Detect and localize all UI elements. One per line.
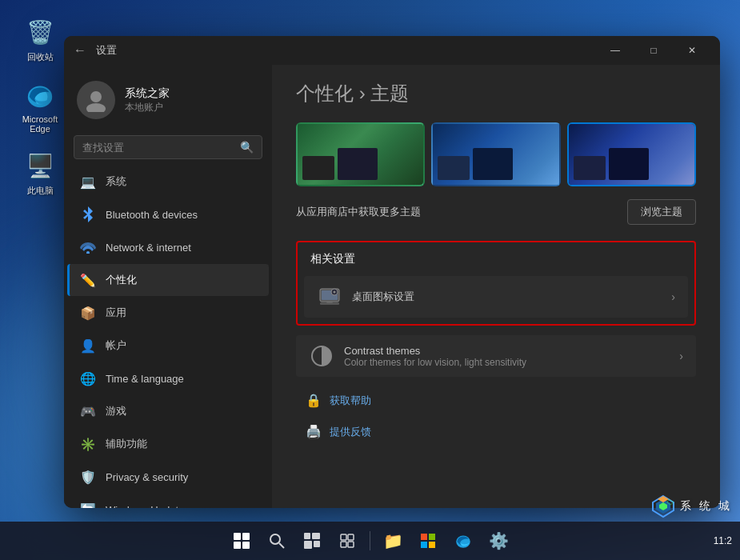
system-icon: 💻 xyxy=(80,174,96,190)
contrast-themes-text: Contrast themes Color themes for low vis… xyxy=(344,345,670,368)
search-icon: 🔍 xyxy=(240,141,254,154)
sidebar-item-personalization[interactable]: ✏️ 个性化 xyxy=(67,264,269,296)
contrast-themes-row[interactable]: Contrast themes Color themes for low vis… xyxy=(296,335,696,377)
watermark-logo xyxy=(651,494,675,518)
window-title: 设置 xyxy=(96,43,597,58)
theme-thumb-3[interactable] xyxy=(567,122,696,186)
svg-line-17 xyxy=(279,543,284,548)
desktop-icon-this-pc[interactable]: 🖥️ 此电脑 xyxy=(12,150,68,197)
desktop-icon-settings-label: 桌面图标设置 xyxy=(352,290,662,304)
window-controls: — □ ✕ xyxy=(597,38,710,63)
get-help-link[interactable]: 🔒 获取帮助 xyxy=(296,386,696,414)
close-button[interactable]: ✕ xyxy=(674,38,710,63)
svg-rect-15 xyxy=(242,542,250,549)
windows-update-icon: 🔄 xyxy=(80,502,96,508)
feedback-link[interactable]: 🖨️ 提供反馈 xyxy=(296,418,696,446)
time-language-label: Time & language xyxy=(106,373,184,385)
main-content: 系统之家 本地账户 🔍 💻 系统 xyxy=(64,65,720,508)
feedback-label: 提供反馈 xyxy=(330,425,371,439)
windows-update-label: Windows Update xyxy=(106,504,184,509)
privacy-icon: 🛡️ xyxy=(80,469,96,485)
apps-icon: 📦 xyxy=(80,305,96,321)
taskbar-time: 11:2 xyxy=(714,535,732,546)
accessibility-icon: ✳️ xyxy=(80,436,96,452)
widgets-button[interactable] xyxy=(331,525,363,557)
theme-grid xyxy=(296,122,696,186)
svg-point-16 xyxy=(270,534,280,544)
search-box[interactable]: 🔍 xyxy=(74,135,262,159)
accessibility-label: 辅助功能 xyxy=(106,437,147,451)
related-settings-title: 相关设置 xyxy=(298,242,694,273)
related-settings-section: 相关设置 桌面图标设置 xyxy=(296,241,696,326)
minimize-button[interactable]: — xyxy=(597,38,634,63)
theme-thumb-2[interactable] xyxy=(431,122,560,186)
store-taskbar-button[interactable] xyxy=(412,525,444,557)
sidebar-item-system[interactable]: 💻 系统 xyxy=(67,166,269,198)
maximize-button[interactable]: □ xyxy=(635,38,672,63)
edge-taskbar-button[interactable] xyxy=(447,525,479,557)
file-explorer-taskbar-button[interactable]: 📁 xyxy=(377,525,409,557)
sidebar-item-privacy[interactable]: 🛡️ Privacy & security xyxy=(67,461,269,493)
search-input[interactable] xyxy=(82,142,234,154)
sidebar-item-time-language[interactable]: 🌐 Time & language xyxy=(67,362,269,394)
sidebar: 系统之家 本地账户 🔍 💻 系统 xyxy=(64,65,272,508)
edge-icon xyxy=(24,79,56,111)
svg-rect-20 xyxy=(304,541,312,549)
svg-rect-13 xyxy=(242,533,250,540)
svg-rect-21 xyxy=(314,541,320,547)
taskbar-right: 11:2 xyxy=(714,535,732,546)
svg-rect-25 xyxy=(348,542,354,547)
svg-rect-19 xyxy=(312,533,320,539)
sidebar-item-accounts[interactable]: 👤 帐户 xyxy=(67,330,269,362)
apps-label: 应用 xyxy=(106,306,126,320)
desktop-icon-settings-chevron: › xyxy=(671,290,675,303)
get-help-icon: 🔒 xyxy=(306,393,322,408)
svg-point-4 xyxy=(86,251,90,254)
this-pc-label: 此电脑 xyxy=(27,185,54,197)
sidebar-item-apps[interactable]: 📦 应用 xyxy=(67,297,269,329)
privacy-label: Privacy & security xyxy=(106,471,188,483)
desktop-icon-edge[interactable]: Microsoft Edge xyxy=(12,79,68,134)
search-taskbar-button[interactable] xyxy=(261,525,293,557)
recycle-bin-label: 回收站 xyxy=(27,51,54,63)
theme-thumb-1[interactable] xyxy=(296,122,425,186)
network-label: Network & internet xyxy=(106,242,191,254)
svg-rect-18 xyxy=(304,533,310,539)
task-view-button[interactable] xyxy=(296,525,328,557)
settings-window: ← 设置 — □ ✕ xyxy=(64,36,720,508)
svg-rect-28 xyxy=(421,542,427,548)
back-button[interactable]: ← xyxy=(74,43,86,58)
feedback-icon: 🖨️ xyxy=(306,424,322,439)
svg-rect-26 xyxy=(421,534,427,540)
desktop-icon-settings-item[interactable]: 桌面图标设置 › xyxy=(304,276,688,318)
get-help-label: 获取帮助 xyxy=(330,394,371,408)
page-title: 个性化 › 主题 xyxy=(296,81,696,106)
svg-rect-29 xyxy=(429,542,435,548)
desktop: 🗑️ 回收站 Microsoft Edge 🖥️ 此电脑 ← 设置 xyxy=(0,0,740,560)
accounts-label: 帐户 xyxy=(106,338,126,353)
sidebar-item-bluetooth[interactable]: Bluetooth & devices xyxy=(67,198,269,230)
sidebar-item-gaming[interactable]: 🎮 游戏 xyxy=(67,395,269,427)
user-name: 系统之家 xyxy=(125,86,170,101)
user-type: 本地账户 xyxy=(125,101,170,114)
system-label: 系统 xyxy=(106,174,126,189)
personalization-label: 个性化 xyxy=(106,273,137,287)
gaming-label: 游戏 xyxy=(106,404,126,418)
user-info: 系统之家 本地账户 xyxy=(125,86,170,114)
sidebar-item-network[interactable]: Network & internet xyxy=(67,231,269,263)
sidebar-item-windows-update[interactable]: 🔄 Windows Update xyxy=(67,494,269,508)
user-profile[interactable]: 系统之家 本地账户 xyxy=(64,71,272,132)
gaming-icon: 🎮 xyxy=(80,403,96,419)
bluetooth-label: Bluetooth & devices xyxy=(106,209,198,221)
contrast-themes-icon xyxy=(309,343,334,369)
recycle-bin-icon: 🗑️ xyxy=(24,16,56,48)
settings-taskbar-button[interactable]: ⚙️ xyxy=(482,525,514,557)
start-button[interactable] xyxy=(226,525,258,557)
taskbar: 📁 ⚙️ 11:2 xyxy=(0,522,740,560)
browse-themes-button[interactable]: 浏览主题 xyxy=(627,199,696,225)
this-pc-icon: 🖥️ xyxy=(24,150,56,182)
desktop-icon-recycle-bin[interactable]: 🗑️ 回收站 xyxy=(12,16,68,63)
accounts-icon: 👤 xyxy=(80,338,96,354)
svg-point-2 xyxy=(90,91,102,102)
sidebar-item-accessibility[interactable]: ✳️ 辅助功能 xyxy=(67,428,269,460)
